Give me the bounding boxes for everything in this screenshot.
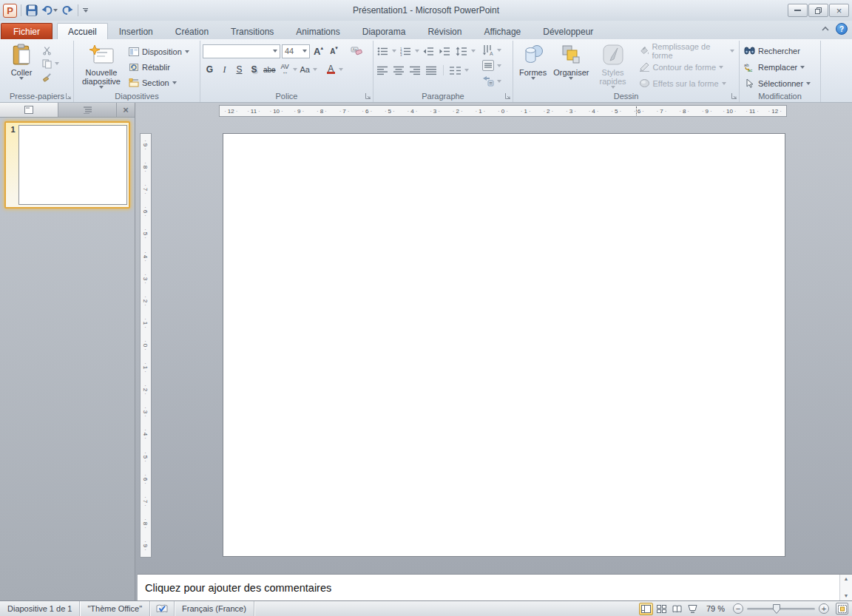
font-name-combo[interactable]: [203, 44, 280, 58]
numbering-button[interactable]: 123: [399, 44, 413, 58]
new-slide-button[interactable]: Nouvelle diapositive: [76, 41, 126, 91]
align-right-button[interactable]: [408, 63, 422, 78]
shapes-button[interactable]: Formes: [515, 41, 550, 91]
zoom-level[interactable]: 79 %: [700, 604, 731, 613]
paste-button[interactable]: Coller: [3, 41, 40, 91]
grow-font-button[interactable]: A▴: [311, 44, 325, 58]
shrink-font-button[interactable]: A▾: [327, 44, 341, 58]
shape-effects-button[interactable]: Effets sur la forme: [637, 75, 737, 91]
underline-button[interactable]: S: [232, 62, 246, 77]
layout-button[interactable]: Disposition: [126, 44, 192, 59]
columns-button[interactable]: [448, 63, 462, 78]
line-spacing-button[interactable]: [454, 44, 469, 58]
decrease-indent-button[interactable]: [422, 44, 436, 58]
tab-developpeur[interactable]: Développeur: [532, 23, 604, 39]
format-painter-button[interactable]: [40, 70, 61, 84]
align-left-button[interactable]: [376, 63, 390, 78]
view-reading-button[interactable]: [670, 603, 684, 615]
replace-caret: [800, 66, 805, 69]
scroll-up-icon[interactable]: ▲: [844, 576, 849, 582]
tab-fichier[interactable]: Fichier: [1, 23, 53, 39]
redo-button[interactable]: [61, 4, 74, 17]
zoom-out-button[interactable]: −: [733, 603, 743, 614]
restore-button[interactable]: [808, 4, 828, 17]
tab-diaporama[interactable]: Diaporama: [351, 23, 417, 39]
customize-qat-button[interactable]: [82, 7, 89, 14]
section-button[interactable]: Section: [126, 75, 192, 90]
replace-button[interactable]: abac Remplacer: [742, 59, 813, 75]
ruler-tick-label: 9: [288, 108, 311, 115]
italic-button[interactable]: I: [217, 62, 231, 77]
drawing-dialog-launcher-icon[interactable]: [731, 93, 737, 100]
notes-placeholder[interactable]: Cliquez pour ajouter des commentaires: [138, 582, 839, 594]
section-caret: [172, 81, 177, 84]
save-button[interactable]: [25, 4, 38, 17]
clear-formatting-button[interactable]: Aa: [349, 44, 364, 58]
powerpoint-logo-icon[interactable]: P: [3, 4, 17, 18]
align-center-button[interactable]: [392, 63, 406, 78]
view-normal-icon: [641, 605, 651, 613]
collapse-ribbon-icon[interactable]: [821, 26, 830, 32]
tab-affichage[interactable]: Affichage: [473, 23, 532, 39]
select-icon: [744, 78, 755, 88]
bullets-button[interactable]: [376, 44, 390, 58]
tab-insertion[interactable]: Insertion: [108, 23, 164, 39]
zoom-in-button[interactable]: +: [819, 603, 829, 614]
shape-fill-button[interactable]: Remplissage de forme: [637, 43, 737, 58]
panel-tabs: ×: [0, 103, 135, 118]
undo-button[interactable]: [41, 4, 58, 17]
slide-canvas[interactable]: [223, 133, 785, 557]
tab-outline[interactable]: [58, 103, 117, 117]
view-slide-sorter-button[interactable]: [655, 603, 669, 615]
justify-button[interactable]: [425, 63, 439, 78]
copy-button[interactable]: [40, 57, 61, 70]
bullets-icon: [377, 47, 388, 56]
cut-button[interactable]: [40, 44, 61, 57]
font-size-combo[interactable]: 44: [282, 44, 310, 58]
view-normal-button[interactable]: [639, 603, 653, 615]
close-button[interactable]: ×: [829, 4, 849, 17]
convert-smartart-button[interactable]: [480, 74, 504, 88]
tab-slides-thumbnails[interactable]: [0, 103, 58, 117]
line-spacing-caret: [471, 50, 476, 53]
font-color-button[interactable]: A: [324, 62, 338, 77]
tab-animations[interactable]: Animations: [285, 23, 351, 39]
status-spellcheck[interactable]: [150, 601, 175, 616]
increase-indent-button[interactable]: [438, 44, 452, 58]
tab-accueil[interactable]: Accueil: [57, 23, 108, 39]
tab-transitions[interactable]: Transitions: [220, 23, 285, 39]
font-dialog-launcher-icon[interactable]: [365, 93, 371, 100]
clipboard-dialog-launcher-icon[interactable]: [65, 93, 72, 100]
text-direction-button[interactable]: A: [480, 43, 504, 57]
scroll-down-icon[interactable]: ▼: [844, 593, 849, 599]
bold-button[interactable]: G: [203, 62, 217, 77]
find-button[interactable]: Rechercher: [742, 43, 813, 58]
tab-revision[interactable]: Révision: [416, 23, 473, 39]
slide-thumbnail-1[interactable]: 1: [4, 121, 130, 209]
notes-pane[interactable]: Cliquez pour ajouter des commentaires ▲ …: [137, 574, 852, 600]
status-language[interactable]: Français (France): [175, 601, 254, 616]
strikethrough-button[interactable]: abe: [262, 62, 277, 77]
shape-outline-button[interactable]: Contour de forme: [637, 59, 737, 75]
zoom-slider[interactable]: [747, 608, 815, 610]
select-button[interactable]: Sélectionner: [742, 75, 813, 91]
status-theme[interactable]: "Thème Office": [80, 601, 150, 616]
paragraph-dialog-launcher-icon[interactable]: [504, 93, 511, 100]
help-button[interactable]: ?: [836, 23, 848, 35]
ruler-tick-label: 8: [673, 108, 696, 115]
character-spacing-button[interactable]: AV ↔: [278, 62, 292, 77]
text-shadow-button[interactable]: S: [247, 62, 261, 77]
reset-button[interactable]: Rétablir: [126, 59, 192, 75]
fit-to-window-button[interactable]: [836, 603, 848, 615]
minimize-button[interactable]: [788, 4, 808, 17]
close-panel-button[interactable]: ×: [117, 103, 135, 117]
view-slideshow-button[interactable]: [686, 603, 700, 615]
tab-creation[interactable]: Création: [164, 23, 220, 39]
change-case-button[interactable]: Aa: [298, 62, 312, 77]
zoom-slider-thumb[interactable]: [773, 604, 780, 614]
arrange-button[interactable]: Organiser: [550, 41, 592, 91]
editor-area: 1211109876543210123456789101112 98765432…: [135, 103, 852, 600]
align-text-button[interactable]: [480, 58, 504, 72]
quick-styles-button[interactable]: Styles rapides: [592, 41, 634, 91]
scissors-icon: [42, 46, 52, 55]
